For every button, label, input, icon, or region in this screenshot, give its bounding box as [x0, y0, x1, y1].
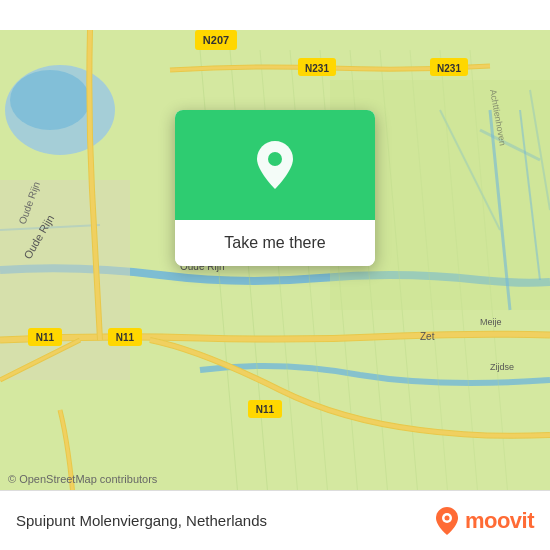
svg-text:Zijdse: Zijdse [490, 362, 514, 372]
svg-point-2 [10, 70, 90, 130]
svg-text:Meije: Meije [480, 317, 502, 327]
location-pin-icon [253, 139, 297, 191]
svg-text:N11: N11 [116, 332, 135, 343]
svg-text:N11: N11 [256, 404, 275, 415]
location-name: Spuipunt Molenviergang, Netherlands [16, 512, 267, 529]
svg-point-42 [444, 515, 449, 520]
popup-card: Take me there [175, 110, 375, 266]
svg-text:N11: N11 [36, 332, 55, 343]
take-me-there-button[interactable]: Take me there [175, 220, 375, 266]
moovit-logo: moovit [433, 506, 534, 536]
svg-text:N231: N231 [305, 63, 329, 74]
svg-text:N231: N231 [437, 63, 461, 74]
moovit-pin-icon [433, 506, 461, 536]
location-info: Spuipunt Molenviergang, Netherlands [16, 512, 267, 529]
svg-text:Zet: Zet [420, 331, 435, 342]
map-background: N207 N231 N231 N11 N11 N11 Oude Rijn Oud… [0, 0, 550, 550]
svg-point-40 [268, 152, 282, 166]
svg-text:N207: N207 [203, 34, 229, 46]
map-container: N207 N231 N231 N11 N11 N11 Oude Rijn Oud… [0, 0, 550, 550]
bottom-bar: Spuipunt Molenviergang, Netherlands moov… [0, 490, 550, 550]
moovit-brand-text: moovit [465, 508, 534, 534]
popup-header [175, 110, 375, 220]
copyright-text: © OpenStreetMap contributors [8, 473, 157, 485]
